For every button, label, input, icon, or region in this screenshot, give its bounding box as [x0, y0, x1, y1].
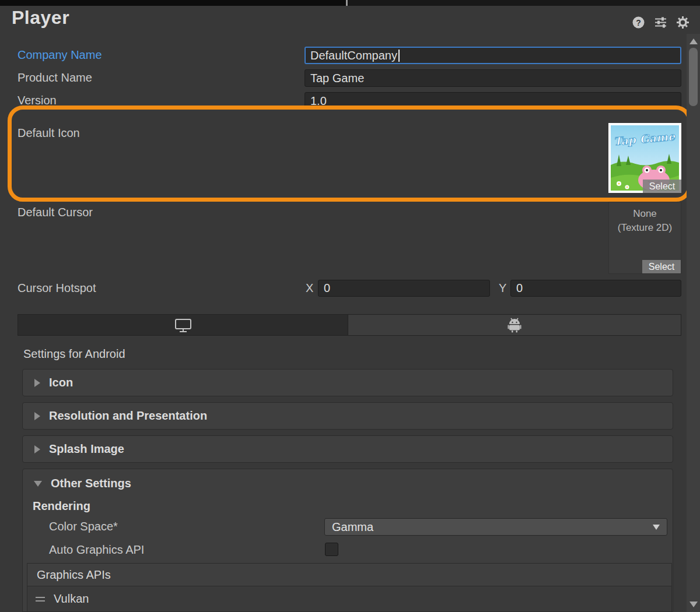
graphics-api-item[interactable]: Vulkan [27, 586, 671, 611]
version-input[interactable]: 1.0 [304, 92, 681, 110]
foldout-arrow-down-icon [34, 481, 42, 487]
monitor-icon [174, 318, 192, 333]
version-label: Version [18, 94, 57, 107]
foldout-arrow-icon [34, 379, 40, 387]
cursor-none-line2: (Texture 2D) [609, 221, 681, 235]
help-icon[interactable]: ? [632, 16, 645, 29]
presets-icon[interactable] [654, 16, 667, 29]
settings-for-platform-header: Settings for Android [23, 347, 125, 361]
gear-icon[interactable] [676, 16, 690, 29]
tab-android[interactable] [348, 314, 681, 336]
auto-graphics-api-checkbox[interactable] [325, 543, 338, 556]
graphics-apis-list: Vulkan [27, 586, 672, 612]
version-value: 1.0 [310, 94, 327, 108]
auto-graphics-api-label: Auto Graphics API [49, 543, 144, 557]
chevron-down-icon [653, 525, 660, 530]
foldout-label: Splash Image [49, 442, 124, 456]
default-cursor-object-field[interactable]: None (Texture 2D) Select [608, 202, 681, 274]
company-name-label: Company Name [18, 48, 102, 62]
tab-standalone[interactable] [18, 314, 348, 336]
inspector-header-icons: ? [632, 16, 690, 29]
default-cursor-label: Default Cursor [18, 206, 93, 219]
drag-handle-icon[interactable] [36, 597, 45, 602]
text-caret [398, 50, 400, 62]
foldout-splash-image[interactable]: Splash Image [22, 435, 673, 463]
product-name-value: Tap Game [310, 72, 364, 85]
hotspot-y-value: 0 [516, 282, 523, 295]
android-icon [508, 318, 522, 333]
cursor-hotspot-y-input[interactable]: 0 [510, 280, 681, 297]
product-name-label: Product Name [18, 71, 92, 85]
rendering-subheader: Rendering [33, 500, 90, 513]
window-tab-strip-right [348, 0, 700, 6]
color-space-label: Color Space* [49, 520, 118, 533]
scrollbar-up-arrow-icon[interactable] [690, 38, 698, 44]
foldout-label: Icon [49, 376, 73, 389]
scrollbar-thumb[interactable] [689, 48, 698, 106]
scrollbar-down-arrow-icon[interactable] [690, 602, 698, 607]
hotspot-y-label: Y [499, 282, 506, 295]
highlight-annotation [8, 105, 691, 202]
product-name-input[interactable]: Tap Game [304, 69, 681, 87]
graphics-apis-list-header: Graphics APIs [27, 563, 672, 586]
hotspot-x-label: X [306, 282, 313, 295]
window-tab-divider [346, 0, 348, 6]
graphics-api-name: Vulkan [54, 592, 89, 606]
default-icon-select-button[interactable]: Select [643, 180, 681, 193]
page-title: Player [12, 7, 69, 29]
foldout-resolution-and-presentation[interactable]: Resolution and Presentation [22, 402, 673, 430]
color-space-dropdown[interactable]: Gamma [324, 518, 667, 536]
color-space-value: Gamma [332, 520, 373, 534]
company-name-value: DefaultCompany [310, 49, 397, 62]
svg-text:?: ? [636, 18, 641, 27]
foldout-other-settings[interactable]: Other Settings [34, 477, 131, 490]
foldout-arrow-icon [34, 412, 40, 420]
default-cursor-select-button[interactable]: Select [642, 260, 681, 273]
cursor-hotspot-label: Cursor Hotspot [18, 282, 96, 295]
company-name-input[interactable]: DefaultCompany [304, 47, 681, 64]
foldout-label: Resolution and Presentation [49, 409, 207, 423]
default-icon-thumbnail[interactable]: Tap Game Select [608, 123, 681, 193]
cursor-none-line1: None [609, 207, 681, 221]
scrollbar[interactable] [687, 34, 700, 612]
hotspot-x-value: 0 [324, 282, 330, 295]
cursor-hotspot-x-input[interactable]: 0 [318, 280, 490, 297]
platform-tab-bar [18, 314, 681, 336]
foldout-arrow-icon [34, 445, 40, 453]
default-icon-label: Default Icon [18, 126, 80, 140]
foldout-icon[interactable]: Icon [22, 369, 673, 396]
foldout-label: Other Settings [51, 477, 131, 490]
